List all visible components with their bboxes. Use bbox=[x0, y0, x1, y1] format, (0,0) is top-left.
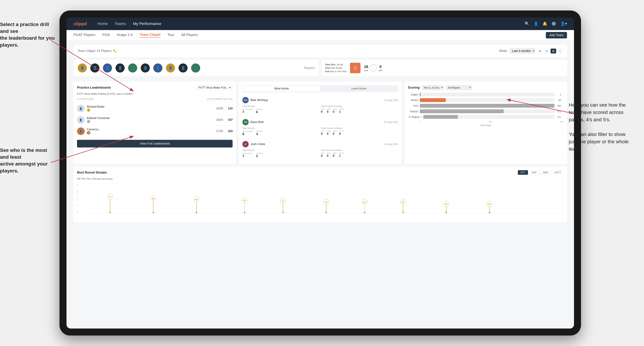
start-lie-val: Rough bbox=[336, 67, 342, 69]
three-column-section: Practice Leaderboards PUTT Must Make Put… bbox=[74, 82, 567, 164]
add-team-button[interactable]: Add Team bbox=[546, 32, 567, 38]
lb-col-avg: PB AVG SQ bbox=[220, 98, 233, 100]
player-avatar-1[interactable]: 👤 bbox=[78, 63, 87, 72]
streak-btn-arg[interactable]: ARG bbox=[540, 170, 551, 175]
view-full-leaderboard-button[interactable]: View Full Leaderboard bbox=[77, 140, 232, 148]
par-filter[interactable]: Par 3, 4 & 5s Par 3s Par 4s Par 5s bbox=[422, 85, 444, 90]
player-avatar-3[interactable]: 👤 bbox=[103, 63, 112, 72]
shot-dist-label: Shot Dist: bbox=[325, 63, 336, 66]
chart-fill-eagles bbox=[420, 93, 421, 96]
nav-home[interactable]: Home bbox=[98, 21, 108, 26]
subnav-pga[interactable]: PGA bbox=[102, 33, 110, 37]
subnav-hcaps[interactable]: Hcaps 1-5 bbox=[117, 33, 133, 37]
streak-btn-ott[interactable]: OTT bbox=[518, 170, 528, 175]
search-icon[interactable]: 🔍 bbox=[525, 21, 530, 26]
total-rounds-label-1: Total Rounds bbox=[242, 105, 320, 107]
streaks-header: Best Round Streaks OTT APP ARG PUTT bbox=[77, 170, 564, 175]
streak-btn-app[interactable]: APP bbox=[529, 170, 539, 175]
lb-card-header: Practice Leaderboards PUTT Must Make Put… bbox=[77, 85, 232, 90]
team-header: Team Clippd 14 Players ✏️ Show: Last 3 m… bbox=[74, 45, 567, 57]
avatar-icon[interactable]: 👤▾ bbox=[560, 21, 567, 26]
chart-bar-eagles: 3 bbox=[420, 93, 555, 96]
navbar-icons: 🔍 👤 🔔 ⚙️ 👤▾ bbox=[525, 21, 567, 26]
player-filter[interactable]: All Players Individual Player bbox=[446, 85, 472, 90]
streak-chart: 8 6 4 2 0 bbox=[77, 184, 564, 219]
nav-teams[interactable]: Teams bbox=[114, 21, 126, 26]
lb-score-2: 18/20 bbox=[216, 118, 223, 121]
show-controls: Show: Last 3 months Last 6 months Last y… bbox=[499, 48, 563, 54]
player-avatar-2[interactable]: 👤 bbox=[90, 63, 100, 72]
scoring-card: Scoring Par 3, 4 & 5s Par 3s Par 4s Par … bbox=[404, 82, 567, 164]
lb-row-1[interactable]: 👤 Richard Butler ★ 19/20 110 bbox=[77, 103, 232, 114]
app-logo: clippd bbox=[74, 21, 87, 26]
shot-dist-info: Shot Dist: 16 yds Start Lie: Rough End L… bbox=[325, 63, 346, 73]
view-grid-active[interactable]: ⊠ bbox=[550, 49, 556, 53]
edit-icon[interactable]: ✏️ bbox=[113, 49, 117, 53]
player-avatar-8[interactable]: 👤 bbox=[166, 63, 175, 72]
lb-score-3: 17/20 bbox=[216, 130, 223, 133]
player-avatar-4[interactable]: 👤 bbox=[116, 63, 124, 72]
lb-info-3: Cameron... 3 bbox=[87, 128, 214, 135]
streak-y-axis: 8 6 4 2 0 bbox=[77, 184, 82, 213]
streak-dot-3x-2: 3x bbox=[487, 201, 492, 213]
subnav-tour[interactable]: Tour bbox=[168, 33, 174, 37]
nav-my-performance[interactable]: My Performance bbox=[133, 21, 161, 26]
player-avatar-5[interactable]: 👤 bbox=[128, 63, 137, 72]
total-rounds-label-2: Total Rounds bbox=[242, 127, 320, 130]
rounds-vals-1: Tournament 7 Practice 6 bbox=[242, 108, 320, 114]
tab-most-active[interactable]: Most Active bbox=[243, 86, 320, 92]
chart-row-bogeys: Bogeys 311 bbox=[408, 109, 555, 113]
shot-number-val: 198 bbox=[354, 66, 357, 68]
player-avatar-10[interactable]: 👤 bbox=[191, 63, 200, 72]
player-avatar-6[interactable]: 👤 bbox=[141, 63, 150, 72]
ott-val-2: 0 bbox=[321, 132, 325, 135]
subnav-pgat[interactable]: PGAT Players bbox=[74, 33, 96, 37]
player-avatar-7[interactable]: 👤 bbox=[153, 63, 162, 72]
practice-act-label-1: Total Practice Activities bbox=[321, 105, 398, 107]
chart-bar-pars: 499 bbox=[420, 104, 555, 108]
activity-name-2: Rees Britt bbox=[250, 120, 264, 124]
practice-label-3: Practice bbox=[256, 152, 263, 154]
lb-col-name: PLAYER NAME bbox=[77, 98, 208, 100]
streak-btn-putt[interactable]: PUTT bbox=[552, 170, 564, 175]
bell-icon[interactable]: 🔔 bbox=[542, 21, 547, 26]
annotation-bottom-left: See who is the most and leastactive amon… bbox=[0, 147, 56, 174]
practice-label-1: Practice bbox=[256, 108, 263, 110]
chart-bar-dbogeys: 131 bbox=[423, 115, 555, 119]
streak-y-0: 0 bbox=[77, 211, 82, 213]
chart-val-birdies: 96 bbox=[558, 99, 561, 102]
chart-x-title: Total Shots bbox=[408, 124, 564, 127]
drill-subtitle: PUTT Must Make Putting (3-6 ft), Last 3 … bbox=[77, 92, 232, 95]
practice-val-1: 6 bbox=[256, 110, 263, 114]
x-label-0: 0 bbox=[420, 121, 421, 123]
activity-header-3: JC Josh Coles 26 Aug 2023 bbox=[242, 141, 398, 147]
lb-title: Practice Leaderboards bbox=[77, 86, 111, 89]
chart-row-birdies: Birdies 96 bbox=[408, 98, 555, 102]
practice-act-label-3: Total Practice Activities bbox=[321, 149, 398, 152]
subnav-team-clippd[interactable]: Team Clippd bbox=[140, 33, 160, 38]
app-val-1: 0 bbox=[327, 110, 331, 113]
settings-icon[interactable]: ⚙️ bbox=[552, 21, 556, 26]
drill-chevron: ▾ bbox=[229, 86, 231, 89]
chart-fill-bogeys bbox=[420, 109, 504, 113]
practice-group-3: Practice 2 bbox=[256, 152, 263, 158]
period-select[interactable]: Last 3 months Last 6 months Last year bbox=[510, 48, 535, 54]
streak-dot-3x-1: 3x bbox=[444, 201, 449, 213]
person-icon[interactable]: 👤 bbox=[534, 21, 538, 26]
player-avatar-9[interactable]: 👤 bbox=[178, 63, 188, 72]
subnav-all-players[interactable]: All Players bbox=[181, 33, 198, 37]
chart-label-dbogeys: 0. Bogeys + bbox=[408, 116, 422, 118]
lb-avatar-2: 👤 bbox=[77, 116, 85, 124]
tab-least-active[interactable]: Least Active bbox=[320, 86, 398, 92]
drill-select[interactable]: PUTT Must Make Putt... ▾ bbox=[196, 85, 232, 90]
view-grid-small[interactable]: ⊞ bbox=[537, 49, 543, 53]
chart-label-pars: Pars bbox=[408, 104, 418, 107]
lb-row-2[interactable]: 👤 Edward Crossman 2 18/20 107 bbox=[77, 114, 232, 126]
putt-val-3: 1 bbox=[339, 154, 344, 158]
practice-act-label-2: Total Practice Activities bbox=[321, 127, 398, 130]
view-list[interactable]: ≡ bbox=[557, 49, 563, 53]
lb-row-3[interactable]: 👤 Cameron... 3 17/20 103 bbox=[77, 126, 232, 137]
chart-x-labels: 0 200 400 bbox=[408, 121, 564, 123]
view-grid-medium[interactable]: ⊟ bbox=[544, 49, 550, 53]
streak-y-8: 8 bbox=[77, 184, 82, 186]
